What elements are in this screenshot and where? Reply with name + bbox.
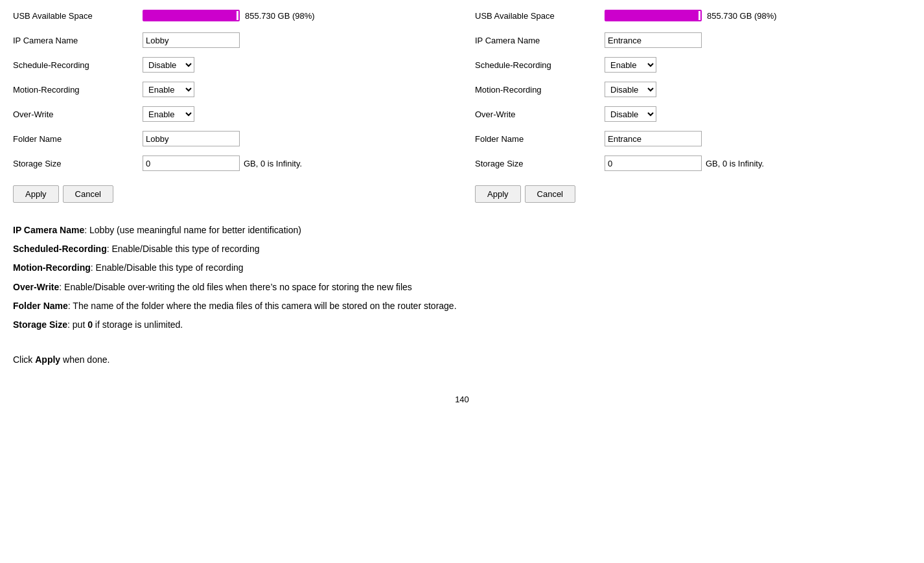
camera2-storage-hint: GB, 0 is Infinity.: [706, 159, 764, 168]
camera1-folder-row: Folder Name: [13, 130, 449, 148]
desc-storage: Storage Size: put 0 if storage is unlimi…: [13, 317, 911, 333]
camera2-ip-input[interactable]: [605, 32, 702, 48]
camera2-storage-row: Storage Size GB, 0 is Infinity.: [475, 154, 911, 172]
camera1-schedule-row: Schedule-Recording Disable Enable: [13, 56, 449, 74]
desc-storage-zero: 0: [87, 319, 93, 330]
desc-click-text: Click: [13, 354, 35, 365]
desc-ip-camera: IP Camera Name: Lobby (use meaningful na…: [13, 222, 911, 238]
camera2-storage-label: Storage Size: [475, 159, 605, 168]
camera1-motion-label: Motion-Recording: [13, 85, 143, 95]
camera1-motion-row: Motion-Recording Enable Disable: [13, 80, 449, 98]
camera2-folder-row: Folder Name: [475, 130, 911, 148]
camera1-storage-label: Storage Size: [13, 159, 143, 168]
camera2-storage-input-row: GB, 0 is Infinity.: [605, 155, 764, 171]
camera2-schedule-select[interactable]: Enable Disable: [605, 57, 656, 73]
desc-schedule-text: : Enable/Disable this type of recording: [107, 244, 260, 254]
camera1-overwrite-row: Over-Write Enable Disable: [13, 105, 449, 123]
desc-schedule-bold: Scheduled-Recording: [13, 244, 107, 254]
camera1-usb-label: USB Available Space: [13, 11, 143, 21]
camera1-ip-input[interactable]: [143, 32, 240, 48]
desc-schedule: Scheduled-Recording: Enable/Disable this…: [13, 241, 911, 257]
camera2-apply-button[interactable]: Apply: [475, 185, 521, 203]
camera2-usb-row: USB Available Space 855.730 GB (98%): [475, 6, 911, 25]
camera2-usb-bar-container: 855.730 GB (98%): [605, 10, 777, 21]
desc-ip-camera-text: : Lobby (use meaningful name for better …: [84, 225, 301, 235]
desc-storage-bold: Storage Size: [13, 319, 67, 330]
camera1-button-row: Apply Cancel: [13, 185, 449, 203]
camera1-cancel-button[interactable]: Cancel: [63, 185, 113, 203]
camera2-schedule-row: Schedule-Recording Enable Disable: [475, 56, 911, 74]
camera2-motion-select[interactable]: Disable Enable: [605, 82, 656, 97]
camera1-apply-button[interactable]: Apply: [13, 185, 59, 203]
camera2-schedule-label: Schedule-Recording: [475, 60, 605, 70]
camera2-storage-input[interactable]: [605, 155, 702, 171]
camera1-motion-select[interactable]: Enable Disable: [143, 82, 194, 97]
desc-folder-bold: Folder Name: [13, 301, 68, 311]
camera2-usb-value: 855.730 GB (98%): [707, 11, 777, 21]
desc-ip-camera-bold: IP Camera Name: [13, 225, 84, 235]
desc-motion: Motion-Recording: Enable/Disable this ty…: [13, 260, 911, 276]
camera2-button-row: Apply Cancel: [475, 185, 911, 203]
camera2-panel: USB Available Space 855.730 GB (98%) IP …: [475, 6, 911, 209]
camera1-storage-input-row: GB, 0 is Infinity.: [143, 155, 302, 171]
desc-click-text2: when done.: [60, 354, 110, 365]
desc-click-bold: Apply: [35, 354, 60, 365]
camera2-overwrite-row: Over-Write Disable Enable: [475, 105, 911, 123]
camera1-overwrite-label: Over-Write: [13, 109, 143, 119]
camera1-schedule-label: Schedule-Recording: [13, 60, 143, 70]
desc-overwrite-bold: Over-Write: [13, 282, 59, 292]
camera2-usb-progress-bar: [605, 10, 702, 21]
camera2-ip-row: IP Camera Name: [475, 31, 911, 49]
camera1-schedule-select[interactable]: Disable Enable: [143, 57, 194, 73]
camera2-motion-row: Motion-Recording Disable Enable: [475, 80, 911, 98]
page-footer: 140: [13, 395, 911, 404]
desc-folder-text: : The name of the folder where the media…: [68, 301, 457, 311]
camera1-folder-input[interactable]: [143, 131, 240, 146]
desc-storage-text: : put: [67, 319, 87, 330]
desc-overwrite: Over-Write: Enable/Disable over-writing …: [13, 279, 911, 295]
camera1-usb-bar-container: 855.730 GB (98%): [143, 10, 315, 21]
camera1-storage-input[interactable]: [143, 155, 240, 171]
camera1-usb-progress-bar: [143, 10, 240, 21]
camera1-storage-hint: GB, 0 is Infinity.: [244, 159, 302, 168]
camera1-ip-label: IP Camera Name: [13, 36, 143, 45]
desc-folder: Folder Name: The name of the folder wher…: [13, 298, 911, 314]
camera1-panel: USB Available Space 855.730 GB (98%) IP …: [13, 6, 449, 209]
camera2-overwrite-select[interactable]: Disable Enable: [605, 106, 656, 122]
desc-overwrite-text: : Enable/Disable over-writing the old fi…: [59, 282, 411, 292]
camera1-usb-row: USB Available Space 855.730 GB (98%): [13, 6, 449, 25]
description-section: IP Camera Name: Lobby (use meaningful na…: [13, 222, 911, 369]
camera2-cancel-button[interactable]: Cancel: [525, 185, 575, 203]
page-number: 140: [455, 395, 469, 404]
camera1-ip-row: IP Camera Name: [13, 31, 449, 49]
camera2-usb-label: USB Available Space: [475, 11, 605, 21]
desc-click: Click Apply when done.: [13, 352, 911, 368]
camera2-motion-label: Motion-Recording: [475, 85, 605, 95]
camera1-usb-value: 855.730 GB (98%): [245, 11, 315, 21]
camera2-ip-label: IP Camera Name: [475, 36, 605, 45]
camera1-folder-label: Folder Name: [13, 134, 143, 144]
camera2-folder-label: Folder Name: [475, 134, 605, 144]
camera1-usb-progress-fill: [144, 11, 237, 20]
camera2-usb-progress-fill: [606, 11, 699, 20]
desc-motion-bold: Motion-Recording: [13, 262, 91, 273]
camera1-storage-row: Storage Size GB, 0 is Infinity.: [13, 154, 449, 172]
desc-motion-text: : Enable/Disable this type of recording: [91, 262, 244, 273]
camera2-overwrite-label: Over-Write: [475, 109, 605, 119]
camera2-folder-input[interactable]: [605, 131, 702, 146]
desc-storage-text2: if storage is unlimited.: [93, 319, 183, 330]
camera1-overwrite-select[interactable]: Enable Disable: [143, 106, 194, 122]
